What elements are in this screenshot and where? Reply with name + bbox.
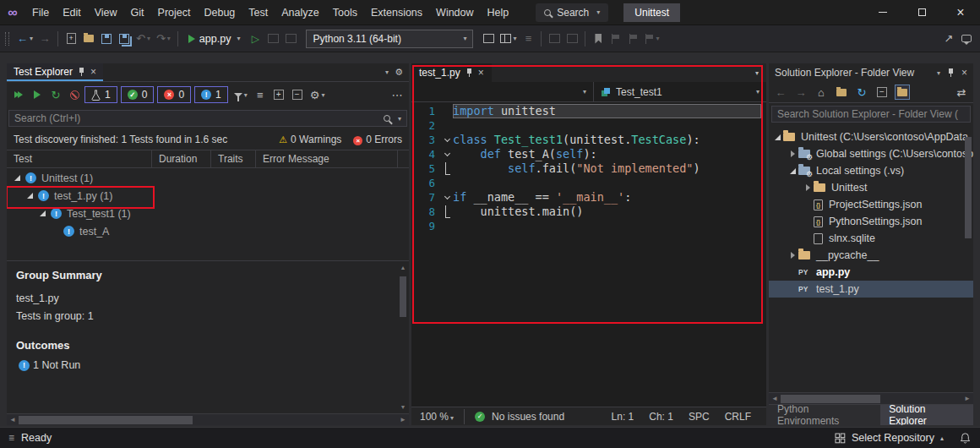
code-line[interactable]: 8 unittest.main() [411,205,766,219]
scrollbar-thumb[interactable] [19,416,193,424]
code-line[interactable]: 9 [411,219,766,233]
pin-icon[interactable] [466,68,473,78]
start-debugging-button[interactable]: app.py ▾ [182,29,247,49]
navigate-back-button[interactable]: ← [773,85,788,100]
scroll-left-arrow[interactable]: ◄ [769,395,781,402]
code-line[interactable]: 1import unittest [411,104,766,118]
open-file-button[interactable] [80,29,97,49]
column-indicator[interactable]: Ch: 1 [649,411,673,423]
refresh-button[interactable]: ↻ [854,85,869,100]
window-layout-button[interactable]: ▾ [498,29,519,49]
notifications-bell-icon[interactable] [959,432,972,445]
filter-failed-tests-button[interactable]: ×0 [157,86,191,103]
menu-extensions[interactable]: Extensions [364,0,429,25]
switch-views-button[interactable] [834,85,849,100]
solution-search-input[interactable]: Search Solution Explorer - Folder View ( [771,106,971,123]
undo-button[interactable]: ↶▾ [133,29,153,49]
line-ending-indicator[interactable]: CRLF [725,411,751,423]
fold-chevron-icon[interactable] [442,133,453,147]
code-line[interactable]: 2 [411,118,766,133]
scrollbar-thumb[interactable] [781,395,880,403]
collapse-all-button[interactable]: − [289,85,306,105]
solution-tree-item[interactable]: slnx.sqlite [769,230,973,247]
scroll-down-arrow[interactable]: ▼ [398,404,408,410]
fold-chevron-icon[interactable] [442,190,453,205]
background-tasks-icon[interactable]: ≡ [8,432,14,444]
solution-tree-item[interactable]: {}ProjectSettings.json [769,196,973,213]
scrollbar-track[interactable] [781,393,961,404]
scrollbar-thumb[interactable] [400,276,406,317]
navbar-project-dropdown[interactable]: ▾ [411,82,594,101]
tab-test-1-py[interactable]: test_1.py × [411,63,492,82]
folder-view-toggle-button[interactable] [895,85,910,100]
run-tests-button[interactable] [29,85,46,105]
home-button[interactable]: ⌂ [814,85,829,100]
solution-tree-item[interactable]: Unittest (C:\Users\contoso\AppData [769,128,973,145]
window-position-chevron-icon[interactable]: ▾ [385,68,389,76]
code-line[interactable]: 3class Test_test1(unittest.TestCase): [411,133,766,147]
feedback-button[interactable] [958,29,975,49]
scroll-right-arrow[interactable]: ► [397,416,409,423]
expander-icon[interactable] [772,132,783,143]
clear-bookmarks-button[interactable]: ▾ [643,29,662,49]
spaces-indicator[interactable]: SPC [689,411,710,423]
column-header-error-message[interactable]: Error Message [256,150,398,167]
cancel-test-run-button[interactable] [66,85,83,105]
maximize-button[interactable] [902,0,941,25]
profiler-button[interactable] [282,29,299,49]
solution-tree-item[interactable]: ⚙Global settings (C:\Users\contoso [769,145,973,162]
test-tree-item[interactable]: !Test_test1 (1) [7,205,409,222]
panel-tab-python-environments[interactable]: Python Environments [769,405,880,425]
tab-test-explorer[interactable]: Test Explorer × [7,63,103,81]
solution-tree-item[interactable]: ⚙Local settings (.vs) [769,162,973,179]
warnings-indicator[interactable]: ⚠0 Warnings [279,134,341,145]
expander-icon[interactable] [787,166,798,177]
horizontal-scrollbar[interactable]: ◄ ► [769,392,973,404]
select-repository-button[interactable]: Select Repository ▴ [835,432,944,444]
solution-tree-item[interactable]: PYapp.py [769,264,973,281]
filter-button[interactable]: ▾ [231,85,250,105]
test-settings-button[interactable]: ⚙▾ [308,85,328,105]
close-icon[interactable]: × [478,67,484,79]
column-header-traits[interactable]: Traits [211,150,256,167]
column-header-test[interactable]: Test [7,150,152,167]
vertical-scrollbar[interactable] [963,127,973,391]
minimize-button[interactable] [863,0,902,25]
previous-bookmark-button[interactable] [607,29,624,49]
document-list-chevron-icon[interactable]: ▾ [748,63,766,82]
start-without-debugging-button[interactable]: ▷ [247,29,264,49]
expander-icon[interactable] [787,250,798,261]
code-line[interactable]: 6 [411,176,766,190]
new-project-button[interactable]: + [63,29,79,49]
step-over-button[interactable] [546,29,563,49]
scrollbar-thumb[interactable] [965,137,972,238]
compare-button[interactable]: ⇄ [954,85,969,100]
run-all-tests-button[interactable] [10,85,27,105]
expander-icon[interactable] [787,149,798,160]
live-share-button[interactable]: ↗ [940,29,957,49]
group-by-button[interactable]: ≡ [252,85,269,105]
code-line[interactable]: 4 def test_A(self): [411,147,766,161]
debug-attach-button[interactable] [264,29,281,49]
scroll-right-arrow[interactable]: ► [961,395,973,402]
menu-analyze[interactable]: Analyze [275,0,325,25]
file-structure-button[interactable]: ≡ [520,29,536,49]
bookmark-button[interactable] [590,29,607,49]
close-icon[interactable]: × [90,66,96,78]
menu-view[interactable]: View [88,0,124,25]
test-tree-item[interactable]: !test_1.py (1) [7,187,409,205]
more-options-button[interactable]: ⋯ [389,85,406,105]
test-search-input[interactable]: Search (Ctrl+I) ▾ [8,110,407,127]
code-line[interactable]: 5 self.fail("Not implemented") [411,161,766,176]
expander-icon[interactable] [12,172,23,183]
column-header-duration[interactable]: Duration [152,150,211,167]
menu-git[interactable]: Git [124,0,151,25]
horizontal-scrollbar[interactable]: ◄ ► [7,413,409,425]
window-position-chevron-icon[interactable]: ▾ [937,69,940,77]
test-tree-item[interactable]: !Unittest (1) [7,169,409,187]
filter-notrun-tests-button[interactable]: !1 [194,86,228,103]
scroll-up-arrow[interactable]: ▲ [398,265,408,270]
fold-chevron-icon[interactable] [442,147,453,161]
menu-window[interactable]: Window [429,0,480,25]
menu-project[interactable]: Project [151,0,198,25]
